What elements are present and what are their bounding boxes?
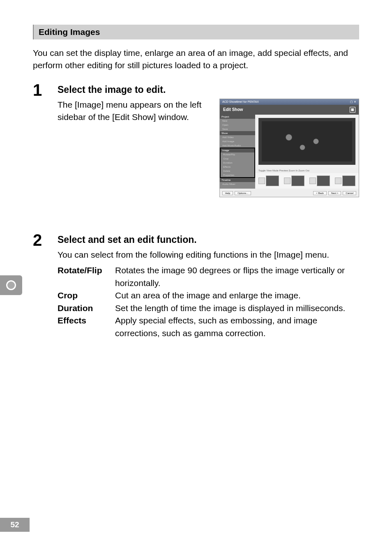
function-row: Rotate/Flip Rotates the image 90 degrees…	[58, 264, 359, 289]
step-title: Select and set an edit function.	[58, 230, 359, 245]
ss-help-button: Help	[222, 191, 233, 195]
ss-item-addmusic: Add Music/Audio	[220, 143, 255, 148]
function-row: Effects Apply special effects, such as e…	[58, 314, 359, 339]
step-title: Select the image to edit.	[58, 80, 359, 95]
ss-options-button: Options...	[235, 191, 251, 195]
ss-item-rotate: Rotate/Flip	[221, 152, 254, 157]
ss-item-duration: Duration	[221, 161, 254, 165]
function-name: Effects	[58, 314, 115, 339]
step-number: 1	[33, 80, 58, 197]
ss-project-header: Project	[220, 115, 255, 119]
side-tab-circle-icon	[6, 280, 16, 290]
output-icon: ▦	[350, 107, 355, 113]
function-desc: Apply special effects, such as embossing…	[115, 314, 359, 339]
ss-main-area: Toggle View Mode Preview Zoom In Zoom Ou…	[255, 115, 359, 189]
function-name: Duration	[58, 302, 115, 314]
ss-image-header: Image	[221, 148, 254, 152]
ss-timeline-header: Timeline	[220, 178, 255, 182]
function-row: Crop Cut an area of the image and enlarg…	[58, 289, 359, 302]
ss-item-audiomixer: Audio Mixer	[220, 182, 255, 186]
function-desc: Rotates the image 90 degrees or flips th…	[115, 264, 359, 289]
ss-view-toolbar: Toggle View Mode Preview Zoom In Zoom Ou…	[255, 168, 359, 173]
section-heading: Editing Images	[33, 25, 359, 39]
page-number: 52	[0, 518, 30, 532]
ss-sidebar: Project New Open Save Show Add Video Add…	[220, 115, 255, 189]
function-name: Crop	[58, 289, 115, 302]
intro-paragraph: You can set the display time, enlarge an…	[33, 47, 359, 72]
function-name: Rotate/Flip	[58, 264, 115, 289]
ss-next-button: Next >	[328, 191, 341, 195]
ss-item-addimage: Add Image	[220, 139, 255, 143]
transition-icon	[258, 178, 265, 184]
ss-thumbnail-strip	[255, 173, 359, 189]
ss-item-open: Open	[220, 123, 255, 127]
ss-heading: Edit Show ▦	[220, 105, 359, 115]
ss-titlebar: ACD Showtime! for PENTAX ▢ ✕	[220, 99, 359, 105]
step-2: 2 Select and set an edit function. You c…	[33, 230, 359, 339]
function-desc: Set the length of time the image is disp…	[115, 302, 359, 314]
edit-show-screenshot: ACD Showtime! for PENTAX ▢ ✕ Edit Show ▦…	[219, 99, 359, 197]
thumbnail	[266, 175, 279, 186]
function-desc: Cut an area of the image and enlarge the…	[115, 289, 359, 302]
window-controls-icon: ▢ ✕	[350, 100, 356, 104]
step-1: 1 Select the image to edit. The [Image] …	[33, 80, 359, 197]
step-number: 2	[33, 230, 58, 339]
ss-item-properties: Properties	[221, 173, 254, 177]
ss-cancel-button: Cancel	[343, 191, 356, 195]
ss-image-panel-highlight: Image Rotate/Flip Crop Duration Effects …	[220, 148, 255, 178]
ss-preview-image	[258, 118, 355, 165]
functions-table: Rotate/Flip Rotates the image 90 degrees…	[58, 264, 359, 339]
ss-show-header: Show	[220, 131, 255, 135]
page-content: Editing Images You can set the display t…	[0, 0, 392, 339]
ss-item-new: New	[220, 119, 255, 123]
ss-back-button: < Back	[313, 191, 327, 195]
transition-icon	[284, 178, 291, 184]
thumbnail	[342, 175, 355, 186]
thumbnail	[291, 175, 304, 186]
step-text: You can select from the following editin…	[58, 249, 359, 261]
ss-item-addvideo: Add Video	[220, 135, 255, 139]
ss-heading-label: Edit Show	[223, 107, 243, 112]
thumbnail	[317, 175, 330, 186]
step-text: The [Image] menu appears on the left sid…	[58, 99, 211, 197]
side-tab-marker	[0, 275, 22, 295]
function-row: Duration Set the length of time the imag…	[58, 302, 359, 314]
transition-icon	[309, 178, 316, 184]
ss-item-delete: Delete	[221, 169, 254, 173]
ss-item-crop: Crop	[221, 157, 254, 161]
ss-footer: Help Options... < Back Next > Cancel	[220, 189, 359, 197]
ss-app-title: ACD Showtime! for PENTAX	[222, 100, 259, 103]
transition-icon	[335, 178, 341, 184]
ss-item-effects: Effects	[221, 165, 254, 169]
ss-item-save: Save	[220, 127, 255, 131]
